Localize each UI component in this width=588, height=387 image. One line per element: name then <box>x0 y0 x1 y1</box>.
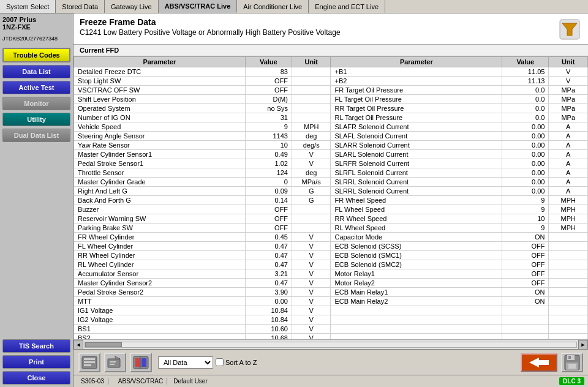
data-list-button[interactable]: Data List <box>2 65 70 78</box>
data-filter-dropdown[interactable]: All Data Current Data Previous Data <box>158 356 213 369</box>
right-value-cell: 0.00 <box>502 159 549 168</box>
left-unit-cell: V <box>292 288 331 297</box>
utility-button[interactable]: Utility <box>2 113 70 126</box>
right-unit-cell <box>549 279 588 288</box>
right-param-cell: SLARL Solenoid Current <box>331 150 502 159</box>
left-unit-cell: deg <box>292 168 331 178</box>
left-value-cell: 1.02 <box>245 159 292 168</box>
left-value-cell: 31 <box>245 113 292 122</box>
table-row: Master Cylinder Sensor2 0.47 V Motor Rel… <box>74 279 588 288</box>
right-value-cell: 9 <box>502 196 549 205</box>
trouble-codes-button[interactable]: Trouble Codes <box>2 48 70 62</box>
menu-gateway-live[interactable]: Gateway Live <box>105 0 159 13</box>
left-unit-cell: V <box>292 269 331 279</box>
table-row: RR Wheel Cylinder 0.47 V ECB Solenoid (S… <box>74 251 588 260</box>
left-value-cell: 0.09 <box>245 187 292 196</box>
svg-rect-20 <box>568 364 576 369</box>
table-row: Number of IG ON 31 RL Target Oil Pressur… <box>74 113 588 122</box>
left-value-cell: OFF <box>245 77 292 86</box>
horizontal-scrollbar[interactable]: ◄ ► <box>74 339 588 349</box>
right-value-cell: 11.05 <box>502 67 549 77</box>
right-param-cell <box>331 306 502 315</box>
scroll-thumb[interactable] <box>85 342 122 347</box>
dual-data-list-button[interactable]: Dual Data List <box>2 129 70 142</box>
vehicle-engine: 1NZ-FXE <box>2 23 70 31</box>
right-param-cell: SLAFL Solenoid Current <box>331 132 502 141</box>
left-value-cell: 9 <box>245 122 292 132</box>
menu-abs-vsc-trac-live[interactable]: ABS/VSC/TRAC Live <box>159 0 238 13</box>
right-param-cell: Capacitor Mode <box>331 233 502 242</box>
menu-stored-data[interactable]: Stored Data <box>56 0 105 13</box>
right-value-cell <box>502 306 549 315</box>
print-button[interactable]: Print <box>2 355 70 369</box>
svg-rect-15 <box>538 360 549 365</box>
table-row: Parking Brake SW OFF RL Wheel Speed 9 MP… <box>74 224 588 233</box>
scroll-left-button[interactable]: ◄ <box>74 340 83 350</box>
left-value-cell: 0.47 <box>245 251 292 260</box>
right-param-cell: FR Wheel Speed <box>331 196 502 205</box>
right-unit-cell: MPa <box>549 113 588 122</box>
left-param-cell: Reservoir Warning SW <box>74 214 246 224</box>
right-unit-cell: A <box>549 150 588 159</box>
icon-btn-2[interactable] <box>104 353 126 372</box>
funnel-icon <box>557 17 582 42</box>
menu-system-select[interactable]: System Select <box>0 0 56 13</box>
menu-air-conditioner-live[interactable]: Air Conditioner Live <box>237 0 309 13</box>
left-value-cell: 0.49 <box>245 150 292 159</box>
left-param-cell: Back And Forth G <box>74 196 246 205</box>
back-navigation-button[interactable] <box>521 353 557 372</box>
left-param-cell: RL Wheel Cylinder <box>74 260 246 269</box>
right-value-cell: 0.00 <box>502 132 549 141</box>
sort-az-checkbox[interactable] <box>216 358 224 366</box>
right-value-cell: ON <box>502 233 549 242</box>
left-unit-cell: G <box>292 187 331 196</box>
right-value-cell: 0.0 <box>502 113 549 122</box>
table-row: BS1 10.60 V <box>74 325 588 334</box>
table-row: Reservoir Warning SW OFF RR Wheel Speed … <box>74 214 588 224</box>
table-row: Pedal Stroke Sensor1 1.02 V SLRFR Soleno… <box>74 159 588 168</box>
sort-az-label: Sort A to Z <box>225 359 257 366</box>
left-param-cell: Pedal Stroke Sensor1 <box>74 159 246 168</box>
data-table-container[interactable]: Parameter Value Unit Parameter Value Uni… <box>74 56 588 339</box>
status-user: Default User <box>173 378 208 385</box>
left-param-cell: MTT <box>74 297 246 306</box>
left-param-cell: RR Wheel Cylinder <box>74 251 246 260</box>
right-value-cell: ON <box>502 297 549 306</box>
left-param-cell: Buzzer <box>74 205 246 214</box>
right-unit-cell <box>549 306 588 315</box>
right-param-cell: FL Target Oil Pressure <box>331 95 502 104</box>
left-param-cell: Vehicle Speed <box>74 122 246 132</box>
left-param-cell: Right And Left G <box>74 187 246 196</box>
table-row: Throttle Sensor 124 deg SLRFL Solenoid C… <box>74 168 588 178</box>
menu-engine-ect-live[interactable]: Engine and ECT Live <box>309 0 385 13</box>
right-param-cell: ECB Main Relay2 <box>331 297 502 306</box>
bottom-toolbar: All Data Current Data Previous Data Sort… <box>74 349 588 375</box>
left-value-cell: 124 <box>245 168 292 178</box>
left-value-cell: 0.47 <box>245 260 292 269</box>
right-unit-cell: MPa <box>549 86 588 95</box>
tis-search-button[interactable]: TIS Search <box>2 339 70 353</box>
scroll-track[interactable] <box>85 342 577 348</box>
left-unit-cell: V <box>292 315 331 325</box>
left-unit-cell: V <box>292 306 331 315</box>
right-param-cell: ECB Solenoid (SMC1) <box>331 251 502 260</box>
active-test-button[interactable]: Active Test <box>2 81 70 94</box>
table-row: Master Cylinder Grade 0 MPa/s SLRRL Sole… <box>74 178 588 187</box>
right-value-cell: 0.0 <box>502 104 549 113</box>
right-param-cell: SLAFR Solenoid Current <box>331 122 502 132</box>
left-unit-cell: MPa/s <box>292 178 331 187</box>
table-row: Steering Angle Sensor 1143 deg SLAFL Sol… <box>74 132 588 141</box>
close-button[interactable]: Close <box>2 371 70 385</box>
left-value-cell: OFF <box>245 205 292 214</box>
icon-btn-1[interactable] <box>78 353 100 372</box>
icon-btn-3[interactable] <box>130 353 152 372</box>
left-param-cell: Master Cylinder Sensor1 <box>74 150 246 159</box>
right-unit-cell <box>549 297 588 306</box>
sidebar: 2007 Prius 1NZ-FXE JTDKB20U277627348 Tro… <box>0 13 74 387</box>
save-button[interactable] <box>561 353 583 372</box>
monitor-button[interactable]: Monitor <box>2 97 70 110</box>
table-row: MTT 0.00 V ECB Main Relay2 ON <box>74 297 588 306</box>
scroll-right-button[interactable]: ► <box>578 340 588 350</box>
right-value-cell: OFF <box>502 260 549 269</box>
right-value-cell: 0.00 <box>502 122 549 132</box>
